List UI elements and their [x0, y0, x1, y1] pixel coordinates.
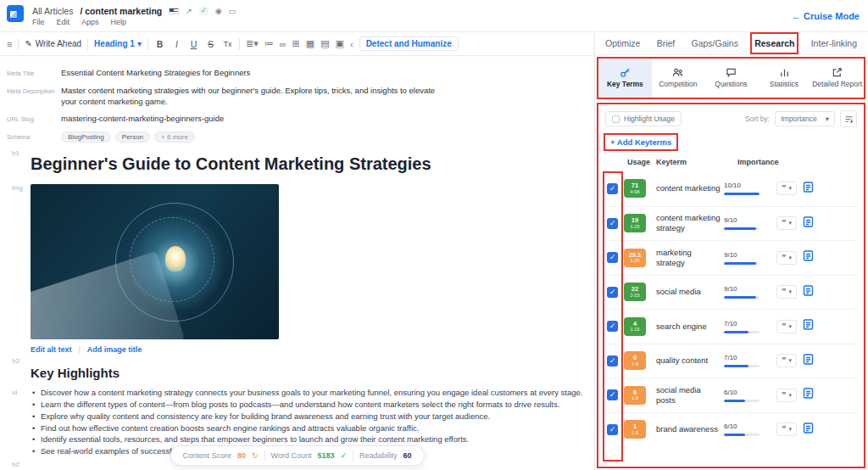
view-icon[interactable]: ◉ [215, 7, 222, 15]
keyterm-checkbox[interactable]: ✓ [607, 389, 618, 400]
bullet-list-button[interactable]: ≔ [264, 38, 274, 49]
insert-keyterm-button[interactable] [802, 387, 815, 403]
keyterm-checkbox[interactable]: ✓ [607, 218, 618, 229]
quote-dropdown-button[interactable]: ”▾ [776, 354, 797, 367]
highlight-item[interactable]: Explore why quality content and consiste… [31, 411, 582, 422]
breadcrumb: All Articles / content marketing ↗ ✓ ◉ ▭ [32, 6, 236, 16]
quote-dropdown-button[interactable]: ”▾ [776, 389, 797, 402]
outline-menu-icon[interactable]: ≡ [7, 39, 12, 49]
meta-description-label: Meta Description [0, 86, 61, 95]
insert-keyterm-button[interactable] [802, 215, 815, 232]
keyterm-checkbox[interactable]: ✓ [607, 287, 618, 298]
insert-keyterm-button[interactable] [802, 249, 815, 266]
menu-apps[interactable]: Apps [81, 18, 99, 26]
content-score-value: 80 [237, 451, 246, 460]
schema-chip[interactable]: Person [115, 131, 150, 143]
language-flag-icon[interactable] [169, 8, 179, 14]
highlight-item[interactable]: Learn the different types of content—fro… [31, 399, 582, 411]
clear-format-button[interactable]: Tx [222, 40, 233, 48]
top-header: All Articles / content marketing ↗ ✓ ◉ ▭… [0, 0, 868, 32]
refresh-icon[interactable]: ↻ [252, 451, 259, 460]
quote-dropdown-button[interactable]: ”▾ [776, 422, 797, 436]
keyterm-rows: ✓ 714-98 content marketing 10/10 ”▾ ✓ 19… [605, 171, 857, 463]
tab-optimize[interactable]: Optimize [604, 35, 642, 52]
media-button[interactable]: ▤ [320, 38, 329, 49]
cruise-mode-link[interactable]: ← Cruise Mode [792, 11, 860, 21]
link-button[interactable]: ∞ [280, 39, 287, 49]
url-slug-value[interactable]: mastering-content-marketing-beginners-gu… [61, 114, 376, 125]
article-title[interactable]: Beginner's Guide to Content Marketing St… [31, 154, 431, 174]
add-image-title-link[interactable]: Add image title [87, 345, 142, 354]
underline-button[interactable]: U [188, 39, 199, 49]
highlight-item[interactable]: Discover how a content marketing strateg… [31, 387, 582, 399]
add-keyterms-button[interactable]: + Add Keyterms [605, 135, 676, 149]
meta-title-value[interactable]: Essential Content Marketing Strategies f… [61, 68, 403, 79]
write-ahead-button[interactable]: ✎ Write Ahead [25, 39, 81, 48]
quote-dropdown-button[interactable]: ”▾ [776, 285, 797, 299]
insert-keyterm-button[interactable] [802, 284, 815, 300]
keyterm-checkbox[interactable]: ✓ [607, 321, 618, 332]
detect-humanize-button[interactable]: Detect and Humanize [359, 36, 459, 51]
subtab-detailed-report[interactable]: Detailed Report [810, 59, 864, 98]
table-row: ✓ 01-6 quality content 7/10 ”▾ [605, 344, 857, 378]
edit-alt-text-link[interactable]: Edit alt text [31, 345, 72, 354]
menu-help[interactable]: Help [111, 18, 127, 26]
document-body[interactable]: Meta Title Essential Content Marketing S… [0, 56, 594, 470]
keyterm-checkbox[interactable]: ✓ [607, 424, 618, 435]
importance-bar [724, 331, 760, 333]
menu-edit[interactable]: Edit [57, 18, 70, 26]
insert-keyterm-button[interactable] [802, 318, 815, 334]
editor-toolbar: ≡ ✎ Write Ahead Heading 1▾ B I U S Tx ≣▾… [0, 32, 594, 56]
heading-style-select[interactable]: Heading 1▾ [94, 39, 142, 48]
strikethrough-button[interactable]: S [205, 39, 216, 49]
insert-keyterm-button[interactable] [802, 422, 815, 438]
quote-dropdown-button[interactable]: ”▾ [776, 216, 797, 230]
highlight-item[interactable]: Find out how effective content creation … [31, 422, 582, 434]
quote-dropdown-button[interactable]: ”▾ [776, 182, 797, 195]
table-button[interactable]: ⊞ [292, 38, 300, 49]
sort-by-label: Sort by: [745, 115, 770, 123]
quote-dropdown-button[interactable]: ”▾ [776, 320, 797, 333]
quote-dropdown-button[interactable]: ”▾ [776, 251, 797, 265]
subtab-statistics[interactable]: Statistics [758, 59, 811, 98]
header-left: All Articles / content marketing ↗ ✓ ◉ ▭… [32, 0, 236, 31]
chevron-down-icon: ▾ [789, 426, 793, 433]
keyterm-checkbox[interactable]: ✓ [607, 355, 618, 366]
subtab-questions[interactable]: Questions [704, 59, 758, 98]
insert-keyterm-button[interactable] [802, 353, 815, 369]
filter-sort-button[interactable] [840, 110, 857, 127]
sort-select[interactable]: Importance▾ [775, 111, 835, 126]
image-button[interactable]: ▦ [306, 38, 314, 49]
word-count-value: 5183 [317, 451, 334, 460]
schema-chip[interactable]: BlogPosting [61, 131, 111, 143]
tab-brief[interactable]: Brief [655, 35, 677, 52]
tab-gaps-gains[interactable]: Gaps/Gains [690, 35, 740, 52]
tab-inter-linking[interactable]: Inter-linking [810, 35, 859, 52]
schema-more-chip[interactable]: + 6 more [154, 131, 195, 143]
app-logo-icon[interactable] [7, 5, 24, 22]
bold-button[interactable]: B [154, 39, 165, 49]
article-image[interactable] [31, 184, 279, 339]
url-slug-row: URL Slug mastering-content-marketing-beg… [0, 110, 594, 128]
comment-icon[interactable]: ▭ [229, 7, 236, 15]
importance-bar [724, 296, 760, 299]
embed-button[interactable]: ▣ [336, 38, 344, 49]
highlight-usage-toggle[interactable]: Highlight Usage [605, 111, 682, 126]
share-icon[interactable]: ↗ [186, 7, 192, 15]
align-button[interactable]: ≣▾ [246, 38, 259, 49]
keyterm-checkbox[interactable]: ✓ [607, 252, 618, 263]
insert-keyterm-button[interactable] [802, 181, 815, 197]
tab-research[interactable]: Research [753, 35, 796, 52]
highlight-usage-checkbox[interactable] [612, 115, 620, 123]
subtab-key-terms[interactable]: Key Terms [598, 59, 652, 98]
keyterm-checkbox[interactable]: ✓ [607, 183, 618, 194]
menu-file[interactable]: File [32, 18, 45, 26]
italic-button[interactable]: I [171, 39, 182, 49]
subtab-competition[interactable]: Competition [652, 59, 705, 98]
collapse-toolbar-icon[interactable]: ‹ [350, 39, 353, 49]
highlight-item[interactable]: Identify essential tools, resources, and… [31, 434, 582, 445]
breadcrumb-root[interactable]: All Articles [32, 6, 73, 16]
highlights-heading[interactable]: Key Highlights [31, 366, 120, 380]
competition-icon [672, 67, 683, 78]
meta-description-value[interactable]: Master content marketing strategies with… [61, 86, 594, 108]
